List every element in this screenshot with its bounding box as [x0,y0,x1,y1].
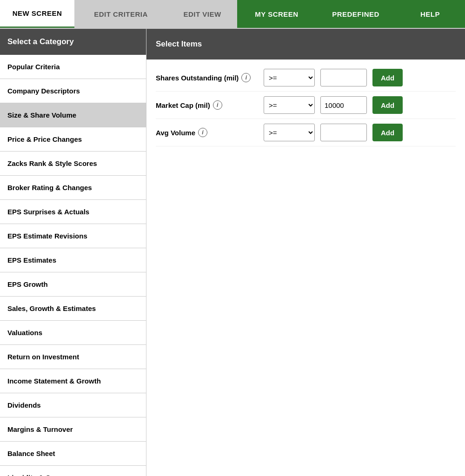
sidebar-header: Select a Category [0,29,146,55]
criteria-row-avg-volume: Avg Volumei>=<==><Add [156,119,456,146]
sidebar-item-margins-turnover[interactable]: Margins & Turnover [0,417,146,442]
sidebar-item-eps-surprises-actuals[interactable]: EPS Surprises & Actuals [0,200,146,224]
operator-select-avg-volume[interactable]: >=<==>< [264,124,315,141]
tab-help[interactable]: HELP [395,0,465,28]
sidebar-items-container: Popular CriteriaCompany DescriptorsSize … [0,55,146,476]
sidebar: Select a Category Popular CriteriaCompan… [0,29,146,476]
sidebar-item-popular-criteria[interactable]: Popular Criteria [0,55,146,79]
sidebar-item-broker-rating-changes[interactable]: Broker Rating & Changes [0,176,146,200]
operator-select-shares-outstanding[interactable]: >=<==>< [264,69,315,86]
criteria-label-shares-outstanding: Shares Outstanding (mil)i [156,73,258,82]
tab-edit-view[interactable]: EDIT VIEW [167,0,237,28]
sidebar-item-zacks-rank-style[interactable]: Zacks Rank & Style Scores [0,152,146,176]
add-button-avg-volume[interactable]: Add [372,124,403,141]
main-panel: Select Items Shares Outstanding (mil)i>=… [146,29,465,476]
value-input-shares-outstanding[interactable] [320,69,367,86]
info-icon-avg-volume[interactable]: i [198,128,207,137]
main-header: Select Items [146,29,465,60]
operator-select-market-cap[interactable]: >=<==>< [264,96,315,114]
criteria-rows: Shares Outstanding (mil)i>=<==><AddMarke… [146,60,465,151]
add-button-market-cap[interactable]: Add [372,96,403,114]
sidebar-item-eps-estimate-revisions[interactable]: EPS Estimate Revisions [0,224,146,248]
sidebar-item-price-price-changes[interactable]: Price & Price Changes [0,127,146,152]
sidebar-item-sales-growth-estimates[interactable]: Sales, Growth & Estimates [0,297,146,321]
criteria-row-market-cap: Market Cap (mil)i>=<==><Add [156,92,456,119]
sidebar-item-eps-growth[interactable]: EPS Growth [0,272,146,297]
criteria-row-shares-outstanding: Shares Outstanding (mil)i>=<==><Add [156,64,456,92]
sidebar-item-liquidity-coverage[interactable]: Liquidity & Coverage [0,466,146,476]
info-icon-market-cap[interactable]: i [213,100,222,110]
sidebar-item-valuations[interactable]: Valuations [0,321,146,345]
sidebar-item-eps-estimates[interactable]: EPS Estimates [0,248,146,272]
tab-edit-criteria[interactable]: EDIT CRITERIA [74,0,167,28]
content-area: Select a Category Popular CriteriaCompan… [0,29,465,476]
tab-new-screen[interactable]: NEW SCREEN [0,0,74,28]
sidebar-item-income-statement-growth[interactable]: Income Statement & Growth [0,369,146,393]
value-input-avg-volume[interactable] [320,124,367,141]
criteria-label-avg-volume: Avg Volumei [156,128,258,137]
tab-my-screen[interactable]: MY SCREEN [237,0,316,28]
criteria-label-market-cap: Market Cap (mil)i [156,100,258,110]
sidebar-item-company-descriptors[interactable]: Company Descriptors [0,79,146,103]
top-nav: NEW SCREEN EDIT CRITERIA EDIT VIEW MY SC… [0,0,465,29]
sidebar-item-return-on-investment[interactable]: Return on Investment [0,345,146,369]
add-button-shares-outstanding[interactable]: Add [372,69,403,86]
info-icon-shares-outstanding[interactable]: i [241,73,251,82]
sidebar-item-balance-sheet[interactable]: Balance Sheet [0,442,146,466]
sidebar-item-dividends[interactable]: Dividends [0,393,146,417]
tab-predefined[interactable]: PREDEFINED [316,0,395,28]
sidebar-item-size-share-volume[interactable]: Size & Share Volume [0,103,146,127]
value-input-market-cap[interactable] [320,96,367,114]
